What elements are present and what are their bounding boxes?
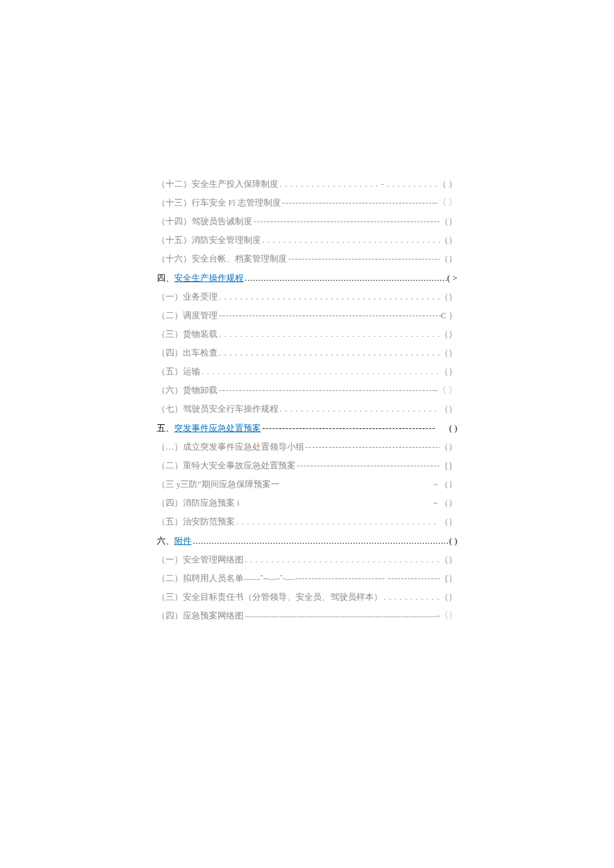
toc-page: -〈〉	[437, 610, 457, 622]
toc-text: 业务受理	[183, 292, 218, 303]
toc-text: 出车检查	[183, 348, 218, 359]
toc-leader: ----------------------------------------…	[304, 442, 440, 452]
toc-page: （）	[440, 592, 457, 603]
toc-line: 五、突发事件应急处置预案 ---------------------------…	[157, 422, 457, 434]
toc-leader: ----------------------------------------…	[218, 386, 435, 396]
toc-page: （ ）	[438, 179, 457, 190]
toc-page: （）	[440, 348, 457, 359]
toc-page: （）	[440, 216, 457, 228]
toc-text: 成立突发事件应急处置领导小组	[183, 442, 304, 453]
toc-leader: ----------------------------------------…	[287, 254, 440, 264]
toc-line: （五）治安防范预案 . . . . . . . . . . . . . . . …	[157, 516, 457, 528]
toc-page: -〈 〉	[435, 385, 457, 396]
toc-text: 货物卸载	[183, 385, 218, 396]
toc-line: （三 y 三防″期间应急保障预案一 －（）	[157, 479, 457, 490]
toc-line: 四、安全生产操作规程..............................…	[157, 272, 457, 284]
toc-prefix: （一）	[157, 554, 183, 566]
toc-line: （一）安全管理网络图 . . . . . . . . . . . . . . .…	[157, 554, 457, 566]
toc-prefix: （五）	[157, 366, 183, 378]
toc-page: （）	[440, 554, 457, 566]
toc-line: （四）出车检查 . . . . . . . . . . . . . . . . …	[157, 348, 457, 359]
toc-prefix: （十二）	[157, 179, 192, 190]
toc-text: 应急预案网络图	[183, 610, 244, 622]
toc-line: （…）成立突发事件应急处置领导小组 ----------------------…	[157, 442, 457, 453]
toc-leader: . . . . . . . . . . . . . . . . . . . . …	[218, 330, 440, 340]
toc-line: （二）重特大安全事故应急处置预案 -----------------------…	[157, 460, 457, 472]
toc-text: 运输	[183, 366, 200, 378]
toc-line: （二）拟聘用人员名单——ˆ--—-ˆ-— -------------------…	[157, 573, 457, 584]
toc-prefix: 四、	[157, 272, 174, 284]
toc-line: （六）货物卸载 --------------------------------…	[157, 385, 457, 396]
toc-leader: . . . . . . . . . . . . . . . . . . . . …	[200, 367, 440, 377]
toc-prefix: （二）	[157, 573, 183, 584]
toc-page: -〈 〉	[435, 197, 457, 209]
toc-container: （十二）安全生产投入保障制度. . . . . . . . . . . . . …	[157, 179, 457, 622]
toc-page: C ）	[441, 310, 457, 322]
toc-prefix: （二）	[157, 460, 183, 472]
toc-page: ( )	[449, 423, 457, 434]
toc-prefix: （五）	[157, 516, 183, 528]
toc-prefix: （一）	[157, 292, 183, 303]
toc-page: ( >	[447, 273, 457, 284]
toc-text: 重特大安全事故应急处置预案	[183, 460, 296, 472]
toc-text: 安全目标责任书（分管领导、安全员、驾驶员样本）	[183, 592, 382, 603]
toc-text: 驾驶员告诫制度	[192, 216, 252, 228]
toc-prefix: （十三）	[157, 197, 192, 209]
toc-text: 调度管理	[183, 310, 218, 322]
toc-leader: . . . . . . . . . . . . . . . . . . . . …	[244, 555, 440, 565]
toc-page: ｛）	[440, 573, 457, 584]
toc-text: 消防应急预案 i	[183, 498, 240, 509]
toc-line: （一）业务受理 . . . . . . . . . . . . . . . . …	[157, 292, 457, 303]
toc-page: －（）	[431, 479, 457, 490]
toc-text: 三防″期间应急保障预案一	[180, 479, 279, 490]
toc-prefix: （三）	[157, 592, 183, 603]
toc-line: （四）消防应急预案 i －（）	[157, 498, 457, 509]
toc-page: （）	[440, 329, 457, 340]
toc-leader: ----------------------------------------…	[218, 311, 441, 321]
toc-leader: . . . . . . . . . . . . . . . . . . . . …	[235, 517, 440, 527]
toc-page: （）	[440, 292, 457, 303]
toc-page: －（）	[431, 498, 457, 509]
toc-line: （十五）消防安全管理制度 . . . . . . . . . . . . . .…	[157, 235, 457, 246]
toc-prefix: （六）	[157, 385, 183, 396]
toc-leader: . . . . . . . . . . . . . . . .	[382, 592, 440, 602]
toc-link[interactable]: 突发事件应急处置预案	[174, 422, 261, 434]
toc-leader: ........................................…	[192, 536, 449, 546]
toc-line: （十二）安全生产投入保障制度. . . . . . . . . . . . . …	[157, 179, 457, 190]
toc-prefix: （十四）	[157, 216, 192, 228]
toc-prefix: 六、	[157, 535, 174, 547]
toc-link[interactable]: 安全生产操作规程	[174, 272, 244, 284]
toc-text: 拟聘用人员名单——ˆ--—-ˆ-—	[183, 573, 294, 584]
toc-prefix: （四）	[157, 498, 183, 509]
toc-leader: . . . . . . . . . . . . . . . . . . . . …	[218, 292, 440, 302]
toc-leader: ----------------------------------------…	[296, 461, 440, 471]
toc-prefix: （三）	[157, 329, 183, 340]
toc-page: （）	[440, 254, 457, 265]
toc-text: 驾驶员安全行车操作规程	[183, 404, 278, 415]
toc-line: （三）安全目标责任书（分管领导、安全员、驾驶员样本） . . . . . . .…	[157, 592, 457, 603]
toc-page: （）	[440, 516, 457, 528]
toc-text: 安全台帐、档案管理制度	[192, 254, 287, 265]
toc-page: （）	[440, 235, 457, 246]
toc-prefix: （二）	[157, 310, 183, 322]
toc-prefix: （十五）	[157, 235, 192, 246]
toc-line: （五）运输 . . . . . . . . . . . . . . . . . …	[157, 366, 457, 378]
toc-line: （七）驾驶员安全行车操作规程 . . . . . . . . . . . . .…	[157, 404, 457, 415]
toc-leader: . . . . . . . . . . . . . . . . . . . - …	[278, 179, 438, 189]
toc-link[interactable]: 附件	[174, 535, 192, 547]
toc-leader: --------------------------- ------------…	[294, 574, 440, 584]
toc-leader: ........................................…	[244, 274, 447, 284]
toc-leader: ----------------------------------------…	[252, 217, 440, 227]
toc-prefix: （七）	[157, 404, 183, 415]
toc-text: 安全管理网络图	[183, 554, 244, 566]
toc-page: （）	[440, 404, 457, 415]
toc-line: （十四）驾驶员告诫制度 ----------------------------…	[157, 216, 457, 228]
toc-prefix: （十六）	[157, 254, 192, 265]
toc-leader: ----------------------------------------…	[261, 424, 449, 434]
toc-prefix: 五、	[157, 422, 174, 434]
toc-line: （四）应急预案网络图 —————————————————————————————…	[157, 610, 457, 622]
toc-line: 六、附件....................................…	[157, 535, 457, 547]
toc-page: （）	[440, 366, 457, 378]
toc-text: 消防安全管理制度	[192, 235, 261, 246]
toc-text: 安全生产投入保障制度	[192, 179, 278, 190]
